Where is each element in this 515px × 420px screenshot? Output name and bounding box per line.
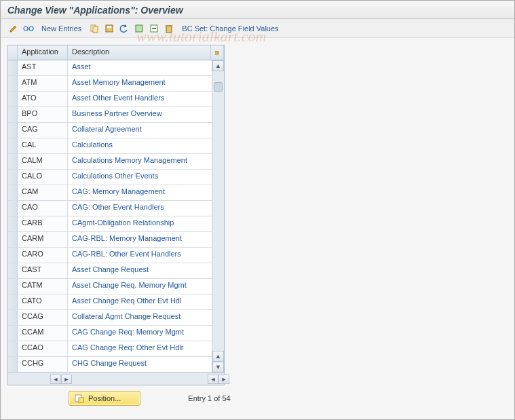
copy-icon[interactable] <box>88 22 100 35</box>
cell-application[interactable]: CAG <box>18 123 68 138</box>
scroll-right-icon[interactable]: ► <box>61 375 72 384</box>
change-icon[interactable] <box>7 22 20 35</box>
save-icon[interactable] <box>103 22 115 35</box>
table-row[interactable]: BPOBusiness Partner Overview <box>8 107 212 123</box>
scroll-down2-icon[interactable]: ▼ <box>212 362 224 373</box>
table-row[interactable]: CCHGCHG Change Request <box>8 357 212 373</box>
bcset-button[interactable]: BC Set: Change Field Values <box>178 23 282 34</box>
cell-description[interactable]: Collateral Agmt Change Request <box>68 310 212 325</box>
cell-description[interactable]: Collateral Agreement <box>68 123 212 138</box>
row-selector[interactable] <box>8 279 18 294</box>
cell-application[interactable]: CARM <box>18 232 68 247</box>
cell-application[interactable]: ATM <box>18 76 68 91</box>
cell-application[interactable]: CCAM <box>18 326 68 341</box>
cell-application[interactable]: CATO <box>18 294 68 309</box>
row-selector[interactable] <box>8 232 18 247</box>
table-row[interactable]: CATOAsset Change Req Other Evt Hdl <box>8 294 212 310</box>
scroll-right2-icon[interactable]: ► <box>218 375 229 384</box>
row-selector[interactable] <box>8 326 18 341</box>
cell-application[interactable]: CAL <box>18 138 68 153</box>
table-row[interactable]: CALOCalculations Other Events <box>8 170 212 185</box>
row-selector[interactable] <box>8 107 18 122</box>
cell-description[interactable]: Calculations Memory Management <box>68 154 212 169</box>
cell-application[interactable]: CAO <box>18 201 68 216</box>
table-row[interactable]: CAROCAG-RBL: Other Event Handlers <box>8 248 212 263</box>
table-row[interactable]: CARMCAG-RBL: Memory Management <box>8 232 212 248</box>
cell-application[interactable]: CAM <box>18 185 68 200</box>
row-selector[interactable] <box>8 92 18 107</box>
table-config-icon[interactable] <box>210 45 224 60</box>
row-selector[interactable] <box>8 248 18 263</box>
cell-application[interactable]: CARO <box>18 248 68 263</box>
table-row[interactable]: CCAOCAG Change Req: Other Evt Hdlr <box>8 341 212 357</box>
cell-application[interactable]: BPO <box>18 107 68 122</box>
column-application[interactable]: Application <box>18 45 68 60</box>
cell-application[interactable]: CCHG <box>18 357 68 372</box>
table-row[interactable]: CASTAsset Change Request <box>8 263 212 279</box>
cell-description[interactable]: Calculations Other Events <box>68 170 212 185</box>
horizontal-scrollbar[interactable]: ◄ ► ◄ ► <box>8 373 224 385</box>
row-selector[interactable] <box>8 170 18 185</box>
table-row[interactable]: CAGCollateral Agreement <box>8 123 212 138</box>
cell-application[interactable]: CALO <box>18 170 68 185</box>
table-row[interactable]: ATMAsset Memory Management <box>8 76 212 92</box>
table-row[interactable]: CCAGCollateral Agmt Change Request <box>8 310 212 326</box>
row-selector[interactable] <box>8 357 18 372</box>
table-row[interactable]: CALMCalculations Memory Management <box>8 154 212 170</box>
table-row[interactable]: ASTAsset <box>8 60 212 76</box>
cell-description[interactable]: CHG Change Request <box>68 357 212 372</box>
new-entries-button[interactable]: New Entries <box>37 23 85 34</box>
row-selector[interactable] <box>8 123 18 138</box>
table-row[interactable]: CCAMCAG Change Req: Memory Mgmt <box>8 326 212 341</box>
scroll-thumb[interactable] <box>214 82 223 92</box>
cell-application[interactable]: AST <box>18 60 68 75</box>
table-row[interactable]: CALCalculations <box>8 138 212 154</box>
table-row[interactable]: ATOAsset Other Event Handlers <box>8 92 212 107</box>
select-all-icon[interactable] <box>133 22 145 35</box>
column-description[interactable]: Description <box>68 45 224 60</box>
cell-description[interactable]: CAG-RBL: Memory Management <box>68 232 212 247</box>
cell-application[interactable]: CCAG <box>18 310 68 325</box>
cell-application[interactable]: ATO <box>18 92 68 107</box>
cell-description[interactable]: Asset Other Event Handlers <box>68 92 212 107</box>
vertical-scrollbar[interactable]: ▲ ▲ ▼ <box>212 60 224 373</box>
row-selector[interactable] <box>8 263 18 278</box>
column-selector[interactable] <box>8 45 18 60</box>
row-selector[interactable] <box>8 60 18 75</box>
row-selector[interactable] <box>8 154 18 169</box>
cell-description[interactable]: CAG: Memory Management <box>68 185 212 200</box>
row-selector[interactable] <box>8 310 18 325</box>
cell-description[interactable]: CAG Change Req: Other Evt Hdlr <box>68 341 212 356</box>
cell-description[interactable]: Asset Change Req Other Evt Hdl <box>68 294 212 309</box>
cell-description[interactable]: Asset <box>68 60 212 75</box>
cell-description[interactable]: Business Partner Overview <box>68 107 212 122</box>
table-row[interactable]: CARBCAgmt-Obligation Relationship <box>8 216 212 232</box>
row-selector[interactable] <box>8 216 18 231</box>
cell-description[interactable]: Asset Change Req. Memory Mgmt <box>68 279 212 294</box>
cell-application[interactable]: CATM <box>18 279 68 294</box>
cell-application[interactable]: CALM <box>18 154 68 169</box>
deselect-all-icon[interactable] <box>148 22 160 35</box>
undo-icon[interactable] <box>118 22 130 35</box>
cell-description[interactable]: CAG Change Req: Memory Mgmt <box>68 326 212 341</box>
scroll-left2-icon[interactable]: ◄ <box>208 375 218 384</box>
cell-description[interactable]: Asset Change Request <box>68 263 212 278</box>
table-row[interactable]: CAMCAG: Memory Management <box>8 185 212 201</box>
cell-application[interactable]: CARB <box>18 216 68 231</box>
row-selector[interactable] <box>8 341 18 356</box>
cell-application[interactable]: CAST <box>18 263 68 278</box>
row-selector[interactable] <box>8 185 18 200</box>
table-row[interactable]: CATMAsset Change Req. Memory Mgmt <box>8 279 212 294</box>
glasses-icon[interactable] <box>22 22 35 35</box>
scroll-left-icon[interactable]: ◄ <box>50 375 61 384</box>
cell-description[interactable]: Asset Memory Management <box>68 76 212 91</box>
cell-description[interactable]: CAG: Other Event Handlers <box>68 201 212 216</box>
cell-description[interactable]: CAgmt-Obligation Relationship <box>68 216 212 231</box>
row-selector[interactable] <box>8 76 18 91</box>
position-button[interactable]: Position... <box>69 391 140 406</box>
delete-icon[interactable] <box>163 22 175 35</box>
table-row[interactable]: CAOCAG: Other Event Handlers <box>8 201 212 216</box>
cell-application[interactable]: CCAO <box>18 341 68 356</box>
scroll-up-icon[interactable]: ▲ <box>212 60 224 71</box>
row-selector[interactable] <box>8 138 18 153</box>
